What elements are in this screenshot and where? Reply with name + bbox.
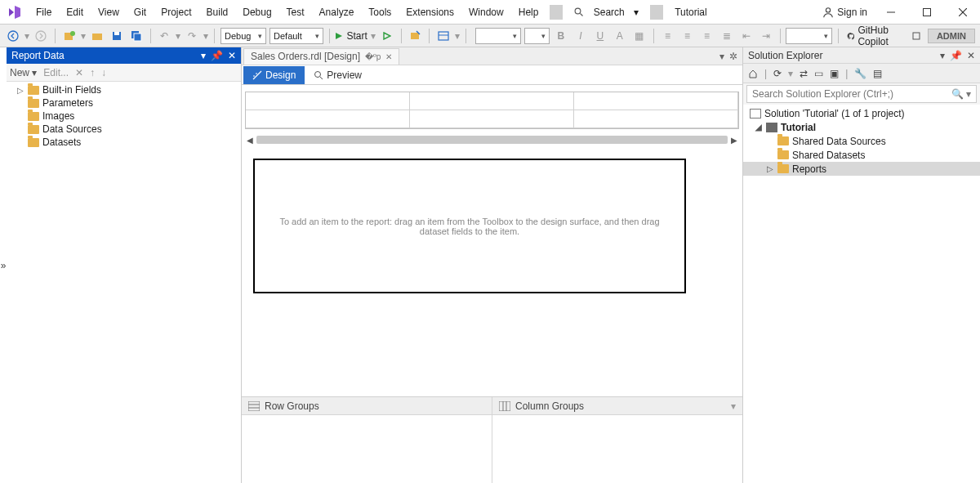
report-data-down-icon[interactable]: ↓ xyxy=(101,67,106,78)
menu-project[interactable]: Project xyxy=(154,3,198,21)
se-home-icon[interactable] xyxy=(748,69,758,78)
solution-folder-sdts[interactable]: Shared Datasets xyxy=(743,148,980,162)
report-data-edit[interactable]: Edit... xyxy=(43,67,69,78)
redo-drop[interactable]: ▾ xyxy=(203,30,208,42)
panel-menu-icon[interactable]: ▾ xyxy=(201,50,206,61)
left-dock-handle[interactable]: » xyxy=(0,47,7,483)
solution-root[interactable]: Solution 'Tutorial' (1 of 1 project) xyxy=(743,106,980,120)
style-combo[interactable] xyxy=(786,28,831,44)
tree-item-builtin[interactable]: ▷Built-in Fields xyxy=(7,83,241,96)
undo-drop[interactable]: ▾ xyxy=(176,30,180,42)
list-button[interactable]: ≣ xyxy=(719,28,735,44)
se-preview-icon[interactable]: ▤ xyxy=(873,68,882,79)
fontsize-combo[interactable] xyxy=(524,28,550,44)
new-project-drop[interactable]: ▾ xyxy=(81,30,86,42)
github-copilot-button[interactable]: GitHub Copilot xyxy=(847,25,900,47)
align-right-button[interactable]: ≡ xyxy=(699,28,715,44)
new-project-button[interactable] xyxy=(61,28,78,44)
menu-tools[interactable]: Tools xyxy=(362,3,398,21)
report-data-delete-icon[interactable]: ✕ xyxy=(75,67,83,78)
report-canvas[interactable]: To add an item to the report: drag an it… xyxy=(253,159,686,293)
report-data-header[interactable]: Report Data ▾ 📌 ✕ xyxy=(7,47,241,64)
nav-back-button[interactable] xyxy=(5,28,21,44)
solution-folder-reports[interactable]: ▷ Reports xyxy=(743,162,980,176)
align-left-button[interactable]: ≡ xyxy=(660,28,676,44)
toolbar-btn-b-drop[interactable]: ▾ xyxy=(455,30,460,42)
se-showall-icon[interactable]: ▭ xyxy=(814,68,823,79)
menu-extensions[interactable]: Extensions xyxy=(399,3,461,21)
maximize-button[interactable] xyxy=(915,4,939,20)
panel-pin-icon[interactable]: 📌 xyxy=(950,50,962,61)
panel-close-icon[interactable]: ✕ xyxy=(967,50,975,61)
row-groups-body[interactable] xyxy=(242,415,492,483)
save-all-button[interactable] xyxy=(128,28,145,44)
column-groups-body[interactable] xyxy=(492,415,742,483)
column-groups-menu-icon[interactable]: ▾ xyxy=(731,400,736,412)
config-combo[interactable]: Debug xyxy=(220,28,266,44)
minimize-button[interactable] xyxy=(879,4,903,20)
preview-tab[interactable]: Preview xyxy=(305,66,371,84)
panel-close-icon[interactable]: ✕ xyxy=(228,50,236,61)
menu-help[interactable]: Help xyxy=(512,3,546,21)
copilot-settings-button[interactable] xyxy=(908,28,924,44)
platform-combo[interactable]: Default xyxy=(270,28,323,44)
solution-folder-sds[interactable]: Shared Data Sources xyxy=(743,134,980,148)
nav-fwd-button[interactable] xyxy=(33,28,49,44)
menu-debug[interactable]: Debug xyxy=(236,3,278,21)
save-button[interactable] xyxy=(109,28,125,44)
menu-view[interactable]: View xyxy=(91,3,126,21)
se-refresh-icon[interactable]: ⟳ xyxy=(773,68,782,79)
redo-button[interactable]: ↷ xyxy=(184,28,200,44)
start-nodbg-button[interactable] xyxy=(379,28,395,44)
close-tab-icon[interactable]: ✕ xyxy=(385,52,392,61)
tree-item-images[interactable]: Images xyxy=(7,110,241,123)
backcolor-button[interactable]: ▦ xyxy=(631,28,648,44)
solution-project[interactable]: ◢ Tutorial xyxy=(743,120,980,134)
menu-edit[interactable]: Edit xyxy=(60,3,90,21)
scroll-right-icon[interactable]: ▶ xyxy=(729,136,739,145)
tree-item-parameters[interactable]: Parameters xyxy=(7,96,241,110)
tree-item-datasets[interactable]: Datasets xyxy=(7,136,241,149)
report-data-new[interactable]: New ▾ xyxy=(10,67,37,78)
solution-explorer-header[interactable]: Solution Explorer ▾ 📌 ✕ xyxy=(743,47,980,64)
admin-badge[interactable]: ADMIN xyxy=(928,29,975,43)
se-collapse-icon[interactable]: ▣ xyxy=(830,68,839,79)
menu-tutorial[interactable]: Tutorial xyxy=(668,3,714,21)
undo-button[interactable]: ↶ xyxy=(156,28,172,44)
document-tab[interactable]: Sales Orders.rdl [Design] �ºp ✕ xyxy=(243,48,399,65)
se-properties-icon[interactable]: 🔧 xyxy=(854,68,866,79)
column-groups-header[interactable]: Column Groups ▾ xyxy=(492,397,742,415)
menu-window[interactable]: Window xyxy=(462,3,510,21)
menu-git[interactable]: Git xyxy=(127,3,153,21)
solution-tree[interactable]: Solution 'Tutorial' (1 of 1 project) ◢ T… xyxy=(743,105,980,483)
scroll-track[interactable] xyxy=(256,136,728,144)
row-groups-header[interactable]: Row Groups xyxy=(242,397,492,415)
sign-in-button[interactable]: Sign in xyxy=(822,7,867,18)
toolbar-btn-a[interactable] xyxy=(407,28,423,44)
nav-back-drop[interactable]: ▾ xyxy=(24,30,29,42)
align-center-button[interactable]: ≡ xyxy=(679,28,696,44)
italic-button[interactable]: I xyxy=(572,28,589,44)
menu-file[interactable]: File xyxy=(29,3,58,21)
outdent-button[interactable]: ⇤ xyxy=(738,28,755,44)
close-button[interactable] xyxy=(951,4,975,20)
menu-analyze[interactable]: Analyze xyxy=(313,3,361,21)
se-sync-icon[interactable]: ⇄ xyxy=(800,68,808,79)
menu-build[interactable]: Build xyxy=(200,3,235,21)
fontcolor-button[interactable]: A xyxy=(612,28,628,44)
horizontal-scrollbar[interactable]: ◀ ▶ xyxy=(245,134,739,145)
search-box[interactable]: Search ▾ xyxy=(568,3,645,21)
menu-test[interactable]: Test xyxy=(280,3,311,21)
param-grid[interactable] xyxy=(245,92,739,129)
bold-button[interactable]: B xyxy=(553,28,569,44)
panel-menu-icon[interactable]: ▾ xyxy=(940,50,945,61)
solution-search-input[interactable]: Search Solution Explorer (Ctrl+;) 🔍 ▾ xyxy=(746,85,977,103)
report-data-up-icon[interactable]: ↑ xyxy=(90,67,95,78)
tree-item-datasources[interactable]: Data Sources xyxy=(7,123,241,136)
open-file-button[interactable] xyxy=(89,28,105,44)
report-data-tree[interactable]: ▷Built-in Fields Parameters Images Data … xyxy=(7,82,241,483)
scroll-left-icon[interactable]: ◀ xyxy=(245,136,255,145)
tab-scroll-icon[interactable]: ▾ xyxy=(719,51,724,62)
toolbar-btn-b[interactable] xyxy=(435,28,452,44)
start-debug-button[interactable]: Start ▾ xyxy=(335,30,375,42)
